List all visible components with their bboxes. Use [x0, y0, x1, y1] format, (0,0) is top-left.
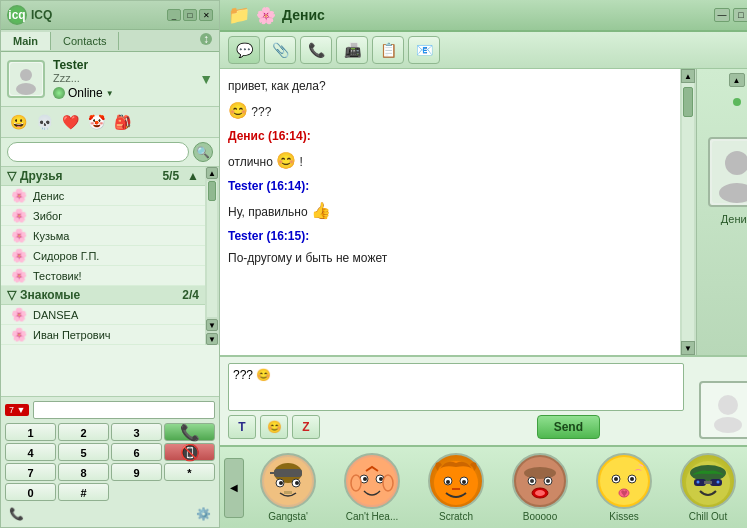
emoticon-booooo[interactable]: Booooo: [500, 453, 580, 522]
group-header-acquaintances[interactable]: ▽ Знакомые 2/4: [1, 286, 205, 305]
z-button[interactable]: Z: [292, 415, 320, 439]
phone-number-input[interactable]: [33, 401, 215, 419]
key-hash[interactable]: #: [58, 483, 109, 501]
minimize-button[interactable]: _: [167, 9, 181, 21]
maximize-button[interactable]: □: [183, 9, 197, 21]
key-1[interactable]: 1: [5, 423, 56, 441]
contacts-expand-icon[interactable]: ↕: [193, 30, 219, 51]
chat-toolbar: 💬 📎 📞 📠 📋 📧: [220, 32, 747, 69]
close-button[interactable]: ✕: [199, 9, 213, 21]
call-button[interactable]: 📞: [164, 423, 215, 441]
svg-point-12: [718, 395, 738, 415]
key-3[interactable]: 3: [111, 423, 162, 441]
list-scroll-down[interactable]: ▼: [206, 319, 218, 331]
phone-icon[interactable]: 📞: [9, 507, 24, 521]
key-9[interactable]: 9: [111, 463, 162, 481]
toolbar-chat-button[interactable]: 💬: [228, 36, 260, 64]
chillout-label: Chill Out: [689, 511, 727, 522]
send-button[interactable]: Send: [537, 415, 600, 439]
country-flag[interactable]: 7 ▼: [5, 404, 29, 416]
user-expand-icon[interactable]: ▼: [199, 71, 213, 87]
mood-smiley-icon[interactable]: 😀: [7, 111, 29, 133]
mood-bag-icon[interactable]: 🎒: [111, 111, 133, 133]
list-item[interactable]: 🌸 Зибог: [1, 206, 205, 226]
mood-skull-icon[interactable]: 💀: [33, 111, 55, 133]
status-dropdown-arrow[interactable]: ▼: [106, 89, 114, 98]
toolbar-clipboard-button[interactable]: 📋: [372, 36, 404, 64]
phone-header: 7 ▼: [5, 401, 215, 419]
key-star[interactable]: 0: [5, 483, 56, 501]
message-line: отлично 😊 !: [228, 149, 672, 173]
tab-main[interactable]: Main: [1, 32, 51, 50]
mood-heart-icon[interactable]: ❤️: [59, 111, 81, 133]
list-item[interactable]: 🌸 Иван Петрович: [1, 325, 205, 345]
chat-maximize-button[interactable]: □: [733, 8, 747, 22]
key-2[interactable]: 2: [58, 423, 109, 441]
user-avatar: [7, 60, 45, 98]
svg-point-42: [535, 490, 545, 496]
svg-point-6: [16, 83, 36, 95]
emoticon-gangsta[interactable]: Gangsta': [248, 453, 328, 522]
svg-text:↕: ↕: [203, 32, 209, 46]
key-7[interactable]: 7: [5, 463, 56, 481]
search-button[interactable]: 🔍: [193, 142, 213, 162]
key-8[interactable]: 8: [58, 463, 109, 481]
group-count-friends: 5/5: [162, 169, 179, 183]
sidebar-expand-icon[interactable]: ▲: [729, 73, 745, 87]
svg-rect-16: [274, 469, 302, 477]
scroll-up-arrow[interactable]: ▲: [681, 69, 695, 83]
chat-contact-avatar: [708, 137, 748, 207]
message-line: 😊 ???: [228, 99, 672, 123]
emoticon-kisses[interactable]: ♥ Kisses: [584, 453, 664, 522]
group-name-friends: Друзья: [20, 169, 63, 183]
list-expand-down[interactable]: ▼: [206, 333, 218, 345]
icq-header: icq ICQ _ □ ✕: [1, 1, 219, 30]
list-item[interactable]: 🌸 Кузьма: [1, 226, 205, 246]
emoticon-prev-button[interactable]: ◀: [224, 458, 244, 518]
scroll-down-arrow[interactable]: ▼: [681, 341, 695, 355]
toolbar-email-button[interactable]: 📧: [408, 36, 440, 64]
svg-point-47: [630, 477, 634, 481]
emoticon-scratch[interactable]: Scratch: [416, 453, 496, 522]
app-title: ICQ: [31, 8, 52, 22]
group-scroll-icon[interactable]: ▲: [187, 169, 199, 183]
svg-point-36: [524, 467, 556, 479]
message-line: Tester (16:15):: [228, 227, 672, 245]
emoticon-canthear[interactable]: Can't Hea...: [332, 453, 412, 522]
toolbar-phone-button[interactable]: 📞: [300, 36, 332, 64]
group-header-friends[interactable]: ▽ Друзья 5/5 ▲: [1, 167, 205, 186]
end-call-button[interactable]: 📵: [164, 443, 215, 461]
settings-icon[interactable]: ⚙️: [196, 507, 211, 521]
second-contact-avatar: [699, 381, 747, 439]
toolbar-attachment-button[interactable]: 📎: [264, 36, 296, 64]
list-item[interactable]: 🌸 Тестовик!: [1, 266, 205, 286]
contact-status-icon: 🌸: [11, 208, 27, 223]
svg-point-55: [697, 481, 700, 484]
search-input[interactable]: [7, 142, 189, 162]
message-line: привет, как дела?: [228, 77, 672, 95]
phone-section: 7 ▼ 1 2 3 📞 4 5 6 📵 7 8 9 * 0 # 📞 ⚙️: [1, 396, 219, 527]
mood-clown-icon[interactable]: 🤡: [85, 111, 107, 133]
key-6[interactable]: 6: [111, 443, 162, 461]
key-5[interactable]: 5: [58, 443, 109, 461]
chat-minimize-button[interactable]: —: [714, 8, 730, 22]
list-item[interactable]: 🌸 Денис: [1, 186, 205, 206]
tab-contacts[interactable]: Contacts: [51, 32, 119, 50]
scratch-label: Scratch: [439, 511, 473, 522]
list-scroll-up[interactable]: ▲: [206, 167, 218, 179]
toolbar-fax-button[interactable]: 📠: [336, 36, 368, 64]
emoji-picker-button[interactable]: 😊: [260, 415, 288, 439]
key-0[interactable]: *: [164, 463, 215, 481]
user-status-text: Zzz...: [53, 72, 191, 84]
group-collapse-icon: ▽: [7, 288, 16, 302]
status-label: Online: [68, 86, 103, 100]
window-controls: _ □ ✕: [167, 9, 213, 21]
list-item[interactable]: 🌸 DANSEA: [1, 305, 205, 325]
list-item[interactable]: 🌸 Сидоров Г.П.: [1, 246, 205, 266]
contact-status-icon: 🌸: [11, 188, 27, 203]
key-4[interactable]: 4: [5, 443, 56, 461]
emoticon-chillout[interactable]: Chill Out: [668, 453, 747, 522]
svg-text:♥: ♥: [620, 486, 627, 500]
format-text-button[interactable]: T: [228, 415, 256, 439]
message-input[interactable]: ??? 😊: [228, 363, 684, 411]
